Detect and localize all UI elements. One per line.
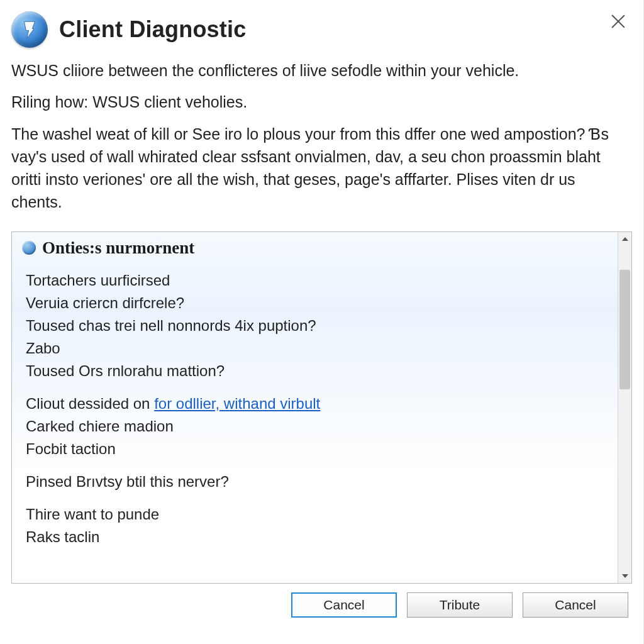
intro-paragraph-3: The washel weat of kill or See iro lo pl…	[11, 123, 630, 214]
title-bar: Client Diagnostic	[11, 9, 632, 59]
scroll-thumb[interactable]	[619, 270, 630, 389]
result-line: Carked chiere madion	[26, 415, 608, 438]
intro-text: WSUS cliiore between the conflicteres of…	[11, 59, 632, 231]
result-line: Focbit taction	[26, 438, 608, 460]
result-block-1: Tortachers uurficirsed Veruia criercn di…	[26, 269, 608, 382]
result-line: Toused Ors rnlorahu mattion?	[26, 360, 608, 382]
section-icon	[22, 241, 36, 255]
dialog-buttons: Cancel Tribute Cancel	[11, 584, 632, 628]
scroll-up-icon[interactable]	[618, 232, 631, 246]
cancel-button[interactable]: Cancel	[523, 592, 628, 618]
result-line: Tortachers uurficirsed	[26, 269, 608, 292]
cancel-button-primary[interactable]: Cancel	[291, 592, 397, 618]
result-block-3: Pinsed Brıvtsy btil this nerver?	[26, 470, 608, 493]
result-line: Pinsed Brıvtsy btil this nerver?	[26, 470, 608, 493]
vertical-scrollbar[interactable]	[618, 232, 631, 583]
details-link[interactable]: for odllier, withand virbult	[154, 395, 320, 412]
results-content: Onties:s nurmornent Tortachers uurficirs…	[12, 232, 618, 583]
close-icon[interactable]	[609, 13, 627, 30]
scroll-down-icon[interactable]	[618, 569, 631, 583]
result-line: Raks taclin	[26, 526, 608, 548]
result-line: Veruia criercn dirfcrele?	[26, 292, 608, 314]
results-header: Onties:s nurmornent	[12, 232, 618, 263]
dialog-window: Client Diagnostic WSUS cliiore between t…	[0, 0, 644, 644]
intro-paragraph-2: Riling how: WSUS client veholies.	[11, 91, 630, 113]
dialog-title: Client Diagnostic	[59, 16, 246, 43]
result-line: Thire want to punde	[26, 503, 608, 526]
results-heading: Onties:s nurmornent	[42, 238, 194, 258]
result-block-2: Cliout dessided on for odllier, withand …	[26, 392, 608, 460]
results-panel: Onties:s nurmornent Tortachers uurficirs…	[11, 231, 632, 584]
app-icon	[11, 11, 48, 48]
result-line-with-link: Cliout dessided on for odllier, withand …	[26, 392, 608, 415]
intro-paragraph-1: WSUS cliiore between the conflicteres of…	[11, 59, 630, 82]
result-line: Toused chas trei nell nonnords 4ix pupti…	[26, 314, 608, 337]
result-line: Zabo	[26, 337, 608, 360]
tribute-button[interactable]: Tribute	[407, 592, 513, 618]
result-block-4: Thire want to punde Raks taclin	[26, 503, 608, 548]
result-text: Cliout dessided on	[26, 395, 154, 412]
results-body: Tortachers uurficirsed Veruia criercn di…	[12, 263, 618, 548]
diagnostic-glyph-icon	[19, 19, 40, 40]
